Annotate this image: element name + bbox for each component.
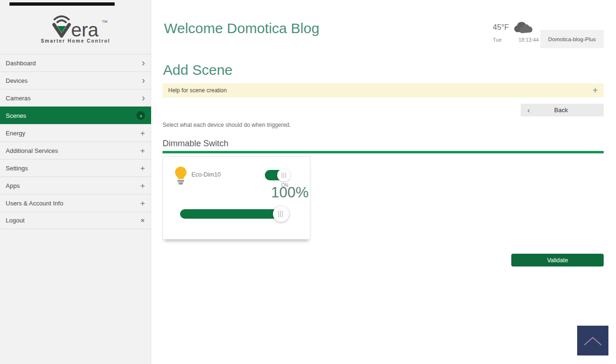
validate-button[interactable]: Validate xyxy=(511,254,604,266)
plus-icon: + xyxy=(140,182,145,190)
plus-icon: + xyxy=(140,129,145,137)
slider-knob[interactable] xyxy=(273,206,289,222)
chevron-right-icon: › xyxy=(142,93,145,102)
sidebar-item-label: Dashboard xyxy=(6,60,142,67)
chevron-right-icon: › xyxy=(142,58,145,67)
sidebar-item-label: Devices xyxy=(6,77,142,84)
plus-icon: + xyxy=(140,199,145,207)
sidebar-item-label: Scenes xyxy=(6,112,136,119)
expand-plus-icon[interactable]: + xyxy=(592,85,598,96)
weather-temperature: 45°F xyxy=(493,23,509,32)
instruction-text: Select what each device should do when t… xyxy=(163,122,291,128)
chevron-right-circle-icon: › xyxy=(136,111,145,120)
sidebar-item-additional-services[interactable]: Additional Services + xyxy=(0,142,151,159)
back-button[interactable]: ‹ Back xyxy=(521,104,604,116)
sidebar-item-label: Energy xyxy=(6,130,140,137)
sidebar-item-devices[interactable]: Devices › xyxy=(0,71,151,89)
controller-name: Domotica-blog-Plus xyxy=(548,36,596,42)
scroll-to-top-button[interactable] xyxy=(577,326,608,355)
sidebar-item-users-account-info[interactable]: Users & Account Info + xyxy=(0,194,151,212)
sidebar-item-label: Apps xyxy=(6,182,140,189)
light-bulb-icon xyxy=(174,166,187,185)
device-on-off-toggle[interactable]: ON xyxy=(265,169,290,181)
sidebar-item-apps[interactable]: Apps + xyxy=(0,177,151,194)
vera-logo-icon: era TM xyxy=(44,12,108,38)
help-accordion-label: Help for scene creation xyxy=(168,87,592,94)
section-divider xyxy=(163,151,604,153)
vera-logo: era TM Smarter Home Control xyxy=(0,12,151,44)
logo-tagline: Smarter Home Control xyxy=(0,38,151,44)
sidebar-item-logout[interactable]: Logout ✕ xyxy=(0,212,151,229)
sidebar-item-label: Cameras xyxy=(6,95,142,102)
knob-grip-icon xyxy=(281,173,286,178)
controller-selector[interactable]: Domotica-blog-Plus xyxy=(540,30,604,48)
help-accordion[interactable]: Help for scene creation + xyxy=(163,83,604,98)
weather-day: Tue xyxy=(493,37,502,43)
sidebar-item-dashboard[interactable]: Dashboard › xyxy=(0,54,151,71)
sidebar-item-label: Logout xyxy=(6,217,140,224)
sidebar-item-energy[interactable]: Energy + xyxy=(0,124,151,142)
page-title: Add Scene xyxy=(163,62,233,78)
sidebar-item-label: Users & Account Info xyxy=(6,200,140,207)
device-card: Eco-Dim10 ON 100% xyxy=(163,156,310,240)
welcome-heading: Welcome Domotica Blog xyxy=(164,21,325,36)
weather-widget: 45°F Tue 18:13:44 xyxy=(493,21,540,43)
slider-track[interactable] xyxy=(180,209,285,219)
plus-icon: + xyxy=(140,147,145,155)
vera-app-window: era TM Smarter Home Control Dashboard › … xyxy=(0,0,616,364)
weather-clock: 18:13:44 xyxy=(518,37,539,43)
dim-level-value: 100% xyxy=(271,184,308,201)
device-category-title: Dimmable Switch xyxy=(163,139,228,149)
sidebar-item-cameras[interactable]: Cameras › xyxy=(0,89,151,107)
plus-icon: + xyxy=(140,164,145,172)
back-button-label: Back xyxy=(530,107,592,114)
validate-button-label: Validate xyxy=(547,257,568,264)
sidebar-menu: Dashboard › Devices › Cameras › Scenes ›… xyxy=(0,54,151,229)
close-icon: ✕ xyxy=(140,218,145,223)
svg-text:TM: TM xyxy=(102,19,108,24)
top-black-bar xyxy=(9,2,115,6)
sidebar-item-label: Additional Services xyxy=(6,147,140,154)
sidebar-item-settings[interactable]: Settings + xyxy=(0,159,151,177)
cloud-icon xyxy=(513,21,533,34)
sidebar-item-scenes[interactable]: Scenes › xyxy=(0,107,151,124)
sidebar-item-label: Settings xyxy=(6,165,140,172)
dim-level-slider[interactable] xyxy=(180,206,289,222)
svg-text:era: era xyxy=(71,19,99,38)
toggle-knob[interactable] xyxy=(277,169,290,182)
sidebar: era TM Smarter Home Control Dashboard › … xyxy=(0,0,151,364)
device-name: Eco-Dim10 xyxy=(191,171,221,178)
chevron-right-icon: › xyxy=(142,75,145,85)
chevron-up-icon xyxy=(582,335,603,347)
knob-grip-icon xyxy=(278,211,284,217)
